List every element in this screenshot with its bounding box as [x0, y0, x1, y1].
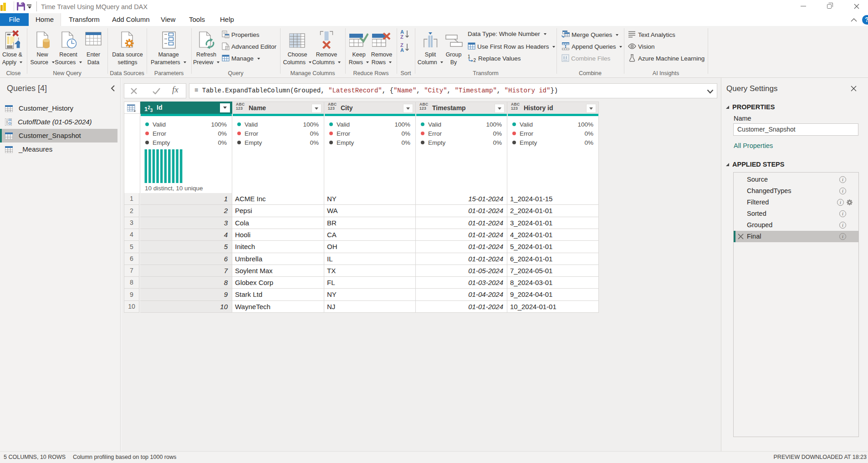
svg-text:Z: Z: [400, 34, 403, 40]
svg-text:1: 1: [468, 54, 470, 59]
svg-text:A: A: [400, 47, 404, 53]
svg-text:2: 2: [474, 58, 476, 62]
